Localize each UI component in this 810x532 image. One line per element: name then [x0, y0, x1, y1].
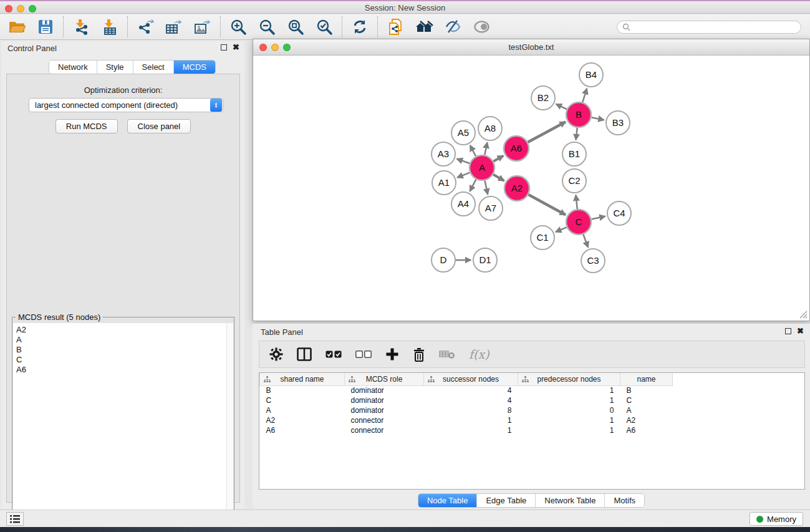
copy-network-icon[interactable]	[386, 17, 405, 36]
graph-node-A7[interactable]: A7	[479, 196, 503, 220]
show-overview-icon[interactable]	[472, 17, 491, 36]
export-image-icon[interactable]	[193, 17, 212, 36]
tab-select[interactable]: Select	[133, 60, 174, 74]
home-view-icon[interactable]	[415, 17, 433, 36]
zoom-in-icon[interactable]	[229, 17, 248, 36]
graph-node-A4[interactable]: A4	[451, 192, 475, 216]
graph-edge-A-A2[interactable]	[493, 175, 504, 181]
graph-edge-A-A4[interactable]	[470, 180, 476, 191]
float-table-panel-icon[interactable]	[785, 328, 791, 334]
export-network-icon[interactable]	[136, 17, 155, 36]
graph-node-C3[interactable]: C3	[581, 249, 605, 273]
graph-edge-A-A6[interactable]	[493, 156, 503, 162]
graph-node-B3[interactable]: B3	[606, 111, 630, 135]
close-table-panel-icon[interactable]: ✖	[797, 328, 804, 334]
column-header-mcds-role[interactable]: MCDS role	[345, 373, 424, 385]
search-field[interactable]	[617, 21, 801, 34]
graph-edge-C-C1[interactable]	[556, 227, 567, 232]
split-table-icon[interactable]	[297, 347, 312, 361]
settings-gear-icon[interactable]	[269, 347, 283, 361]
graph-edge-A-A5[interactable]	[470, 145, 476, 156]
graph-node-A8[interactable]: A8	[478, 117, 502, 140]
graph-node-D[interactable]: D	[432, 248, 455, 272]
graph-node-A5[interactable]: A5	[451, 121, 475, 145]
hide-overview-icon[interactable]	[443, 17, 462, 36]
table-row[interactable]: Cdominator41C	[260, 395, 673, 405]
mcds-result-item[interactable]: A	[16, 335, 233, 345]
table-row[interactable]: Adominator80A	[260, 405, 673, 415]
mcds-result-scrollbar[interactable]	[226, 323, 233, 528]
graph-edge-C-C3[interactable]	[583, 235, 588, 248]
function-builder-icon[interactable]: f(x)	[469, 347, 489, 361]
resize-grip-icon[interactable]	[799, 311, 808, 319]
zoom-fit-icon[interactable]	[286, 17, 305, 36]
graph-edge-A6-B[interactable]	[528, 122, 565, 142]
memory-button[interactable]: Memory	[750, 512, 803, 526]
mcds-result-item[interactable]: C	[16, 355, 233, 365]
mcds-result-item[interactable]: A2	[16, 325, 233, 335]
graph-node-B[interactable]: B	[566, 102, 591, 127]
graph-edge-A-A8[interactable]	[485, 143, 487, 155]
run-mcds-button[interactable]: Run MCDS	[55, 119, 118, 133]
table-row[interactable]: A2connector11A2	[260, 415, 673, 425]
add-column-icon[interactable]	[385, 347, 399, 361]
tab-edge-table[interactable]: Edge Table	[477, 494, 536, 507]
select-all-icon[interactable]	[325, 351, 342, 358]
mcds-result-item[interactable]: B	[16, 345, 233, 355]
mcds-result-item[interactable]: A6	[16, 365, 233, 375]
graph-node-D1[interactable]: D1	[473, 248, 497, 272]
network-canvas[interactable]: B4B2BB3A8A5A6A3B1AA1C2A2A4A7C4CC1C3DD1	[254, 56, 809, 320]
graph-node-C[interactable]: C	[566, 210, 591, 235]
save-session-icon[interactable]	[36, 17, 55, 36]
graph-edge-C-C4[interactable]	[592, 216, 605, 220]
search-input[interactable]	[634, 22, 796, 31]
graph-node-A[interactable]: A	[470, 155, 494, 180]
deselect-all-icon[interactable]	[355, 351, 372, 358]
tab-node-table[interactable]: Node Table	[418, 494, 478, 507]
close-panel-button[interactable]: Close panel	[127, 119, 191, 133]
graph-node-C1[interactable]: C1	[531, 226, 554, 249]
graph-node-B1[interactable]: B1	[562, 142, 586, 166]
task-history-button[interactable]	[6, 512, 24, 526]
export-table-icon[interactable]	[165, 17, 183, 36]
column-header-successor-nodes[interactable]: successor nodes	[424, 373, 518, 385]
delete-column-icon[interactable]	[413, 347, 425, 362]
column-header-shared-name[interactable]: shared name	[260, 373, 345, 385]
graph-node-A6[interactable]: A6	[504, 136, 529, 161]
graph-edge-A-A3[interactable]	[457, 159, 470, 163]
optimization-criterion-dropdown[interactable]: largest connected component (directed) ▲…	[29, 98, 223, 112]
open-session-icon[interactable]	[7, 17, 26, 36]
graph-node-A2[interactable]: A2	[504, 176, 529, 201]
import-network-icon[interactable]	[72, 17, 90, 36]
graph-edge-B-B4[interactable]	[582, 89, 587, 102]
delete-table-icon[interactable]	[439, 349, 455, 359]
tab-style[interactable]: Style	[97, 60, 133, 74]
tab-motifs[interactable]: Motifs	[605, 494, 644, 507]
refresh-icon[interactable]	[350, 17, 369, 36]
graph-node-A1[interactable]: A1	[432, 171, 456, 195]
column-header-name[interactable]: name	[620, 373, 673, 385]
float-panel-icon[interactable]	[221, 44, 227, 51]
graph-edge-A-A7[interactable]	[485, 181, 488, 195]
zoom-out-icon[interactable]	[258, 17, 276, 36]
network-window-titlebar[interactable]: testGlobe.txt	[253, 39, 809, 56]
graph-edge-B-B1[interactable]	[576, 128, 577, 140]
graph-edge-B-B3[interactable]	[592, 117, 604, 120]
tab-network-table[interactable]: Network Table	[536, 494, 605, 507]
tab-network[interactable]: Network	[49, 60, 97, 74]
import-table-icon[interactable]	[100, 17, 119, 36]
graph-edge-C-C2[interactable]	[576, 195, 577, 209]
tab-mcds[interactable]: MCDS	[174, 60, 215, 74]
graph-edge-A-A1[interactable]	[457, 173, 470, 178]
table-row[interactable]: Bdominator41B	[260, 385, 673, 395]
graph-edge-B-B2[interactable]	[556, 104, 567, 109]
graph-node-A3[interactable]: A3	[432, 142, 455, 166]
graph-node-C2[interactable]: C2	[562, 169, 586, 193]
graph-edge-A2-C[interactable]	[528, 195, 565, 215]
graph-node-B4[interactable]: B4	[579, 63, 603, 87]
graph-node-C4[interactable]: C4	[607, 201, 631, 225]
column-header-predecessor-nodes[interactable]: predecessor nodes	[518, 373, 620, 385]
close-panel-icon[interactable]: ✖	[233, 44, 239, 51]
graph-node-B2[interactable]: B2	[531, 86, 555, 110]
table-row[interactable]: A6connector11A6	[260, 425, 673, 435]
